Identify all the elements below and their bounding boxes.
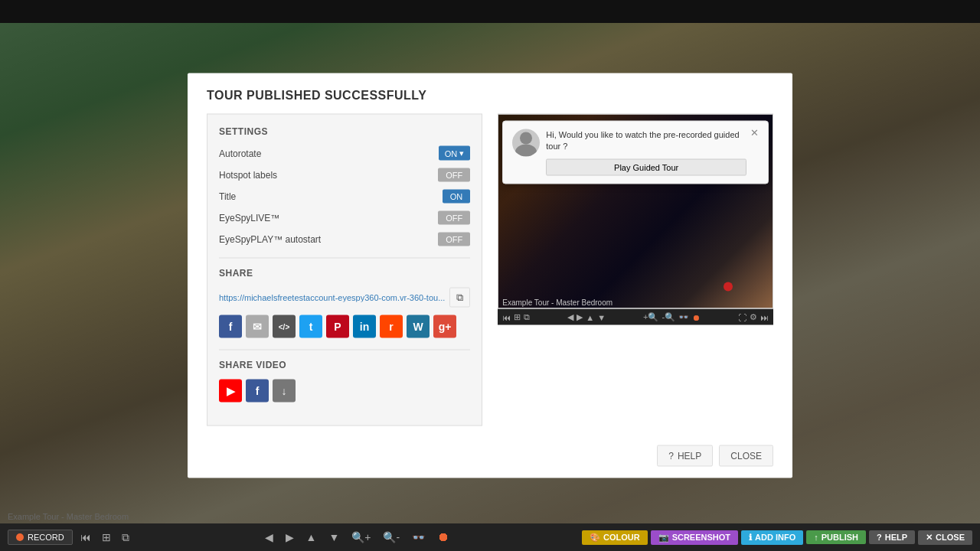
prev-fullscreen-icon[interactable]: ⛶ bbox=[738, 312, 746, 321]
prev-vr-icon[interactable]: 👓 bbox=[678, 312, 689, 322]
download-video-icon[interactable]: ↓ bbox=[273, 380, 296, 403]
share-icons-row: f ✉ </> t P in r W g+ bbox=[219, 315, 470, 338]
play-icon[interactable]: ▶ bbox=[283, 530, 297, 545]
close-label-bottom: CLOSE bbox=[936, 533, 965, 542]
addinfo-label: ADD INFO bbox=[755, 533, 795, 542]
publish-label: PUBLISH bbox=[822, 533, 858, 542]
divider-2 bbox=[219, 350, 470, 350]
prev-play-icon[interactable]: ▶ bbox=[577, 312, 583, 322]
share-section: SHARE https://michaelsfreetestaccount-ey… bbox=[219, 268, 470, 338]
svg-point-0 bbox=[520, 132, 532, 145]
title-label: Title bbox=[219, 191, 443, 202]
close-x-icon: ✕ bbox=[926, 533, 933, 543]
close-button[interactable]: CLOSE bbox=[719, 445, 773, 467]
record-dot bbox=[16, 533, 24, 541]
preview-caption: Example Tour - Master Bedroom bbox=[502, 298, 612, 307]
vr-icon[interactable]: 👓 bbox=[409, 530, 428, 545]
share-facebook-icon[interactable]: f bbox=[219, 315, 242, 338]
eyespylive-toggle[interactable]: OFF bbox=[438, 211, 470, 225]
prev-forward-icon[interactable]: ⏭ bbox=[760, 312, 769, 321]
share-pinterest-icon[interactable]: P bbox=[326, 315, 349, 338]
screenshot-button[interactable]: 📷 SCREENSHOT bbox=[651, 530, 738, 545]
top-bar bbox=[0, 0, 980, 23]
screenshot-label: SCREENSHOT bbox=[672, 533, 730, 542]
modal-title: TOUR PUBLISHED SUCCESSFULLY bbox=[207, 89, 773, 103]
hotspot-row: Hotspot labels OFF bbox=[219, 168, 470, 182]
addinfo-icon: ℹ bbox=[749, 533, 752, 543]
share-email-icon[interactable]: ✉ bbox=[246, 315, 269, 338]
guided-tour-popup: ✕ Hi, Would you like to watch the pre-re… bbox=[502, 121, 769, 184]
hotspot-value: OFF bbox=[446, 171, 462, 180]
eyespylive-row: EyeSpyLIVE™ OFF bbox=[219, 211, 470, 225]
modal-body: SETTINGS Autorotate ON ▾ Hotspot labels … bbox=[207, 114, 773, 426]
title-value: ON bbox=[450, 192, 463, 201]
help-button[interactable]: ? HELP bbox=[657, 445, 713, 467]
title-row: Title ON bbox=[219, 190, 470, 204]
addinfo-button[interactable]: ℹ ADD INFO bbox=[741, 530, 803, 545]
prev-back-icon[interactable]: ⏮ bbox=[502, 312, 511, 321]
share-youtube-icon[interactable]: ▶ bbox=[219, 380, 242, 403]
screenshot-icon: 📷 bbox=[658, 533, 669, 543]
zoom-in-icon[interactable]: 🔍+ bbox=[348, 530, 374, 545]
svg-point-1 bbox=[515, 145, 537, 157]
help-button-bottom[interactable]: ? HELP bbox=[869, 530, 915, 544]
bottom-toolbar: RECORD ⏮ ⊞ ⧉ ◀ ▶ ▲ ▼ 🔍+ 🔍- 👓 ⏺ 🎨 COLOUR … bbox=[0, 523, 980, 551]
share-video-facebook-icon[interactable]: f bbox=[246, 380, 269, 403]
prev-grid-icon[interactable]: ⊞ bbox=[514, 312, 521, 322]
prev-icon[interactable]: ◀ bbox=[262, 530, 276, 545]
zoom-out-icon[interactable]: 🔍- bbox=[380, 530, 403, 545]
scene-icon[interactable]: ⧉ bbox=[119, 530, 132, 546]
eyespyplay-toggle[interactable]: OFF bbox=[438, 233, 470, 246]
help-icon: ? bbox=[668, 451, 674, 461]
record-button[interactable]: RECORD bbox=[8, 530, 73, 545]
share-url-row: https://michaelsfreetestaccount-eyespy36… bbox=[219, 288, 470, 308]
modal-footer: ? HELP CLOSE bbox=[207, 438, 773, 467]
bottom-center-section: ◀ ▶ ▲ ▼ 🔍+ 🔍- 👓 ⏺ bbox=[262, 529, 453, 546]
prev-left-icon[interactable]: ◀ bbox=[567, 312, 573, 322]
copy-url-button[interactable]: ⧉ bbox=[449, 288, 470, 308]
share-embed-icon[interactable]: </> bbox=[273, 315, 296, 338]
publish-button[interactable]: ↑ PUBLISH bbox=[806, 530, 866, 544]
settings-section: SETTINGS Autorotate ON ▾ Hotspot labels … bbox=[219, 126, 470, 246]
prev-up-icon[interactable]: ▲ bbox=[586, 312, 594, 321]
bottom-left-section: RECORD ⏮ ⊞ ⧉ bbox=[8, 530, 132, 546]
up-icon[interactable]: ▲ bbox=[303, 530, 320, 545]
prev-scene-icon[interactable]: ⧉ bbox=[524, 312, 530, 322]
hotspot-toggle[interactable]: OFF bbox=[438, 168, 470, 182]
share-title: SHARE bbox=[219, 268, 470, 279]
prev-settings-icon[interactable]: ⚙ bbox=[750, 312, 757, 322]
bottom-right-section: 🎨 COLOUR 📷 SCREENSHOT ℹ ADD INFO ↑ PUBLI… bbox=[582, 530, 972, 545]
hotspot-label: Hotspot labels bbox=[219, 170, 438, 181]
guided-popup-close[interactable]: ✕ bbox=[750, 128, 759, 138]
share-url-link[interactable]: https://michaelsfreetestaccount-eyespy36… bbox=[219, 293, 445, 302]
play-guided-tour-button[interactable]: Play Guided Tour bbox=[546, 158, 746, 175]
colour-label: COLOUR bbox=[603, 533, 640, 542]
colour-button[interactable]: 🎨 COLOUR bbox=[582, 530, 648, 545]
prev-zoom-out[interactable]: -🔍 bbox=[662, 312, 675, 322]
prev-record-icon[interactable]: ⏺ bbox=[692, 312, 701, 321]
nav-back-icon[interactable]: ⏮ bbox=[77, 530, 94, 545]
share-wordpress-icon[interactable]: W bbox=[407, 315, 430, 338]
share-twitter-icon[interactable]: t bbox=[299, 315, 322, 338]
eyespyplay-label: EyeSpyPLAY™ autostart bbox=[219, 234, 438, 245]
autorotate-toggle[interactable]: ON ▾ bbox=[439, 146, 471, 161]
record-label: RECORD bbox=[28, 533, 64, 542]
close-button-bottom[interactable]: ✕ CLOSE bbox=[918, 530, 972, 545]
autorotate-arrow: ▾ bbox=[459, 148, 464, 158]
colour-icon: 🎨 bbox=[590, 533, 600, 543]
preview-container: ✕ Hi, Would you like to watch the pre-re… bbox=[498, 114, 773, 309]
autorotate-value: ON bbox=[445, 148, 458, 158]
right-panel: ✕ Hi, Would you like to watch the pre-re… bbox=[498, 114, 773, 426]
prev-down-icon[interactable]: ▼ bbox=[597, 312, 606, 321]
prev-zoom-in[interactable]: +🔍 bbox=[643, 312, 658, 322]
video-icons-row: ▶ f ↓ bbox=[219, 380, 470, 403]
down-icon[interactable]: ▼ bbox=[325, 530, 342, 545]
settings-title: SETTINGS bbox=[219, 126, 470, 137]
stop-icon[interactable]: ⏺ bbox=[434, 529, 452, 546]
share-google-icon[interactable]: g+ bbox=[433, 315, 456, 338]
autorotate-row: Autorotate ON ▾ bbox=[219, 146, 470, 161]
share-reddit-icon[interactable]: r bbox=[380, 315, 403, 338]
title-toggle[interactable]: ON bbox=[443, 190, 471, 204]
share-linkedin-icon[interactable]: in bbox=[353, 315, 376, 338]
grid-icon[interactable]: ⊞ bbox=[99, 530, 114, 545]
